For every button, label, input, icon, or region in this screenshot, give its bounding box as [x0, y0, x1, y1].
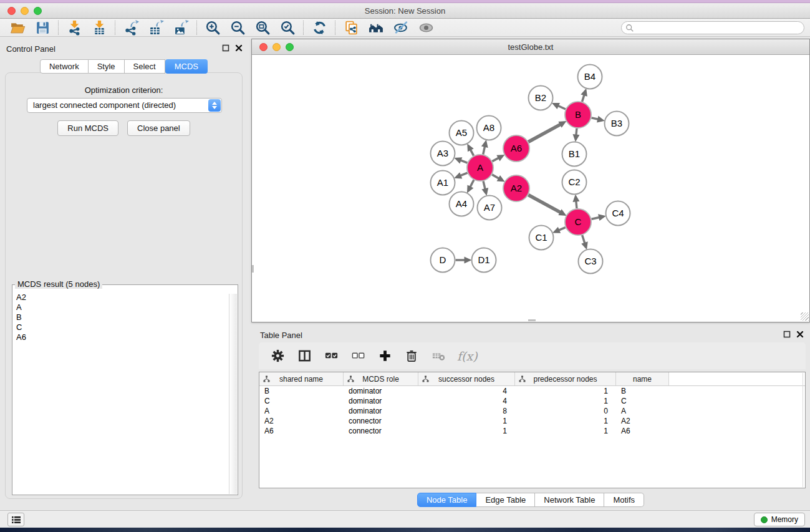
table-cell[interactable]: 4	[418, 396, 515, 406]
graph-edge-B-B4[interactable]	[582, 95, 584, 102]
resize-grip-icon[interactable]	[801, 312, 809, 321]
float-panel-icon[interactable]	[222, 44, 229, 52]
mcds-result-item[interactable]: C	[13, 322, 228, 332]
column-header-MCDS-role[interactable]: MCDS role	[344, 372, 418, 385]
zoom-selected-button[interactable]	[275, 19, 300, 36]
criterion-dropdown[interactable]: largest connected component (directed)	[27, 98, 222, 113]
table-row[interactable]: A6connector11A6	[259, 426, 805, 436]
graph-edge-A-A4[interactable]	[470, 180, 474, 187]
tab-edge-table[interactable]: Edge Table	[476, 493, 535, 507]
hide-graphics-button[interactable]	[388, 19, 413, 36]
table-row[interactable]: Adominator80A	[259, 406, 805, 416]
canvas-horizontal-scroll-nub[interactable]	[528, 319, 536, 321]
delete-table-button[interactable]	[430, 348, 446, 364]
table-cell[interactable]: 1	[515, 416, 616, 426]
table-cell[interactable]: 1	[515, 396, 616, 406]
search-input[interactable]	[634, 23, 804, 33]
tab-select[interactable]: Select	[125, 59, 165, 74]
graph-edge-A-A5[interactable]	[470, 150, 473, 156]
deselect-all-button[interactable]	[350, 348, 366, 364]
mcds-result-item[interactable]: A	[13, 302, 228, 312]
show-graphics-button[interactable]	[413, 19, 438, 36]
table-cell[interactable]: 1	[515, 386, 616, 396]
column-header-successor-nodes[interactable]: successor nodes	[418, 372, 515, 385]
graph-edge-A2-C[interactable]	[528, 195, 561, 213]
column-header-predecessor-nodes[interactable]: predecessor nodes	[515, 372, 616, 385]
graph-edge-A-A6[interactable]	[492, 158, 498, 162]
table-cell[interactable]: connector	[344, 426, 418, 436]
tab-motifs[interactable]: Motifs	[604, 493, 644, 507]
table-cell[interactable]: 1	[515, 426, 616, 436]
table-cell[interactable]: C	[616, 396, 669, 406]
network-overview-button[interactable]	[364, 19, 388, 36]
table-cell[interactable]: B	[259, 386, 344, 396]
graph-edge-A-A1[interactable]	[460, 173, 467, 176]
graph-edge-A-A3[interactable]	[460, 160, 467, 163]
column-header-shared-name[interactable]: shared name	[259, 372, 344, 385]
delete-column-button[interactable]	[403, 348, 420, 364]
run-mcds-button[interactable]: Run MCDS	[57, 120, 118, 136]
memory-button[interactable]: Memory	[754, 513, 805, 526]
close-panel-button[interactable]: Close panel	[127, 120, 190, 136]
table-cell[interactable]: C	[259, 396, 344, 406]
save-session-button[interactable]	[30, 19, 55, 36]
export-network-button[interactable]	[118, 19, 143, 36]
table-cell[interactable]: 1	[418, 426, 515, 436]
import-network-button[interactable]	[62, 19, 87, 36]
table-row[interactable]: A2connector11A2	[259, 416, 805, 426]
graph-edge-C-C2[interactable]	[576, 201, 577, 208]
table-cell[interactable]: 8	[418, 406, 515, 416]
clone-network-button[interactable]	[339, 19, 364, 36]
mcds-result-scrollbar[interactable]	[229, 294, 237, 494]
table-cell[interactable]: A	[616, 406, 669, 416]
tab-style[interactable]: Style	[89, 59, 125, 74]
table-cell[interactable]: B	[616, 386, 669, 396]
export-image-button[interactable]	[168, 19, 193, 36]
zoom-fit-button[interactable]	[250, 19, 275, 36]
function-builder-button[interactable]: f(x)	[457, 348, 478, 364]
zoom-in-button[interactable]	[200, 19, 225, 36]
table-cell[interactable]: 0	[515, 406, 616, 416]
network-canvas[interactable]: B4B2BB3A8A5A6A3B1AC2A1A2A4A7C4CC1DD1C3	[252, 55, 809, 321]
canvas-vertical-scroll-nub[interactable]	[252, 265, 254, 273]
graph-edge-C-C1[interactable]	[559, 228, 566, 231]
table-cell[interactable]: dominator	[344, 386, 418, 396]
apply-layout-button[interactable]	[307, 19, 332, 36]
table-cell[interactable]: A6	[259, 426, 344, 436]
tab-network-table[interactable]: Network Table	[535, 493, 604, 507]
table-cell[interactable]: dominator	[344, 406, 418, 416]
tab-network[interactable]: Network	[40, 59, 89, 74]
mcds-result-item[interactable]: B	[13, 312, 228, 322]
table-cell[interactable]: 4	[418, 386, 515, 396]
close-panel-icon[interactable]	[796, 331, 804, 338]
graph-edge-A-A7[interactable]	[483, 181, 485, 189]
table-scrollbar[interactable]	[803, 373, 803, 487]
table-cell[interactable]: A2	[259, 416, 344, 426]
import-table-button[interactable]	[87, 19, 112, 36]
table-cell[interactable]: connector	[344, 416, 418, 426]
table-cell[interactable]: dominator	[344, 396, 418, 406]
select-all-button[interactable]	[323, 348, 339, 364]
tab-node-table[interactable]: Node Table	[417, 493, 477, 507]
graph-edge-B-B3[interactable]	[591, 118, 598, 119]
table-cell[interactable]: A6	[616, 426, 669, 436]
table-cell[interactable]: A	[259, 406, 344, 416]
column-header-name[interactable]: name	[616, 372, 669, 385]
task-history-button[interactable]	[7, 513, 24, 526]
graph-edge-A6-B[interactable]	[528, 124, 561, 142]
close-panel-icon[interactable]	[235, 44, 243, 52]
graph-edge-B-B1[interactable]	[576, 128, 577, 135]
mcds-result-item[interactable]: A2	[13, 293, 228, 302]
create-column-button[interactable]	[377, 348, 393, 364]
table-row[interactable]: Bdominator41B	[259, 386, 805, 396]
open-session-button[interactable]	[5, 19, 30, 36]
search-field[interactable]	[621, 21, 804, 34]
graph-edge-C-C3[interactable]	[582, 235, 585, 243]
export-table-button[interactable]	[143, 19, 168, 36]
graph-edge-A-A2[interactable]	[492, 175, 499, 178]
graph-edge-B-B2[interactable]	[558, 106, 566, 109]
graph-edge-A-A8[interactable]	[483, 147, 485, 155]
zoom-out-button[interactable]	[225, 19, 250, 36]
table-cell[interactable]: A2	[616, 416, 669, 426]
tab-mcds[interactable]: MCDS	[165, 59, 208, 74]
